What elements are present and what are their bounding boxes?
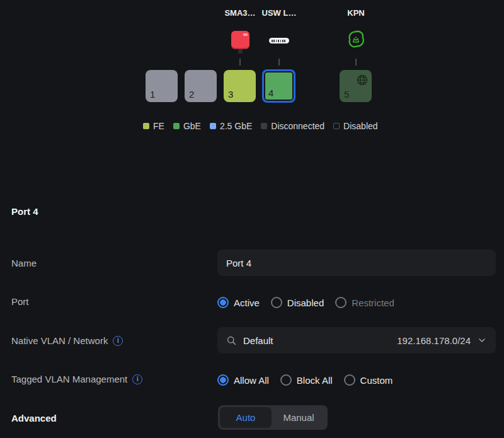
port-3[interactable]: 3 (224, 70, 256, 102)
port-label: Port (11, 296, 29, 307)
legend-item-2-5gbe: 2.5 GbE (210, 121, 252, 131)
radio-restricted[interactable]: Restricted (335, 297, 394, 308)
uplink-connector-kpn (355, 59, 357, 66)
legend-item-disabled: Disabled (333, 121, 377, 131)
legend-label: Disabled (343, 121, 377, 131)
port-state-radio-group: Active Disabled Restricted (217, 296, 394, 309)
usw-ports-dots (272, 40, 287, 42)
port-2[interactable]: 2 (185, 70, 217, 102)
search-icon (226, 335, 237, 346)
radio-button-icon (217, 374, 229, 386)
radio-button-icon (335, 297, 346, 308)
uplink-connector-usw (278, 59, 280, 66)
legend-swatch-disabled (333, 123, 340, 129)
radio-label: Active (234, 297, 260, 308)
legend-label: FE (153, 121, 164, 131)
port-number: 3 (228, 89, 233, 100)
name-field-box (217, 250, 496, 276)
chevron-down-icon (477, 335, 487, 345)
segment-auto[interactable]: Auto (220, 407, 272, 428)
port-number: 2 (189, 89, 194, 100)
radio-custom[interactable]: Custom (344, 374, 393, 386)
device-label-kpn: KPN (347, 8, 364, 18)
sma-inverter-device-icon[interactable] (231, 31, 249, 49)
radio-label: Allow All (234, 375, 269, 386)
usw-switch-device-icon[interactable] (269, 38, 289, 43)
radio-block-all[interactable]: Block All (280, 374, 333, 386)
radio-allow-all[interactable]: Allow All (217, 374, 269, 386)
legend-label: 2.5 GbE (220, 121, 252, 131)
advanced-label: Advanced (11, 413, 57, 424)
device-label-sma: SMA3… (224, 8, 255, 18)
radio-button-icon (217, 297, 229, 308)
port-name-input[interactable] (217, 250, 496, 276)
tagged-vlan-radio-group: Allow All Block All Custom (217, 374, 392, 386)
legend-swatch-fe (143, 123, 149, 129)
port-5-wan[interactable]: 5 (340, 70, 372, 102)
sma-display (243, 33, 248, 36)
tagged-vlan-label-text: Tagged VLAN Management (11, 374, 127, 384)
port-number: 4 (268, 88, 273, 98)
legend-label: GbE (183, 121, 201, 131)
radio-button-icon (280, 374, 292, 386)
radio-label: Disabled (287, 297, 324, 308)
tagged-vlan-label: Tagged VLAN Management i (11, 374, 142, 384)
radio-label: Restricted (352, 297, 394, 308)
port-4-selected[interactable]: 4 (262, 69, 295, 103)
legend-swatch-gbe (173, 123, 180, 129)
segment-manual[interactable]: Manual (272, 407, 326, 428)
legend-swatch-2-5gbe (210, 123, 216, 129)
globe-icon (356, 74, 369, 86)
radio-active[interactable]: Active (217, 297, 260, 308)
native-vlan-label-text: Native VLAN / Network (11, 335, 108, 346)
info-icon[interactable]: i (113, 336, 123, 346)
legend-swatch-disconnected (261, 123, 267, 129)
legend-item-gbe: GbE (173, 121, 201, 131)
device-label-usw: USW L… (262, 8, 297, 18)
radio-disabled[interactable]: Disabled (271, 297, 324, 308)
name-label: Name (11, 258, 37, 268)
native-vlan-label: Native VLAN / Network i (11, 335, 123, 346)
radio-button-icon (271, 297, 282, 308)
kpn-logo-icon[interactable] (346, 30, 365, 50)
radio-label: Custom (360, 375, 393, 386)
selected-network-subnet: 192.168.178.0/24 (397, 335, 471, 346)
legend-item-disconnected: Disconnected (261, 121, 324, 131)
port-number: 1 (150, 89, 155, 100)
page-title: Port 4 (11, 206, 38, 217)
native-vlan-select[interactable]: Default 192.168.178.0/24 (217, 327, 496, 354)
radio-button-icon (344, 374, 355, 386)
legend-item-fe: FE (143, 121, 164, 131)
port-number: 5 (344, 89, 349, 100)
selected-network-name: Default (243, 335, 273, 346)
info-icon[interactable]: i (132, 374, 142, 384)
uplink-connector-sma (239, 59, 241, 66)
legend-label: Disconnected (271, 121, 324, 131)
sma-cable-stub (238, 49, 243, 54)
advanced-mode-segmented-control: Auto Manual (218, 405, 328, 430)
port-status-legend: FE GbE 2.5 GbE Disconnected Disabled (143, 121, 378, 131)
radio-label: Block All (297, 375, 333, 386)
port-1[interactable]: 1 (146, 70, 178, 102)
